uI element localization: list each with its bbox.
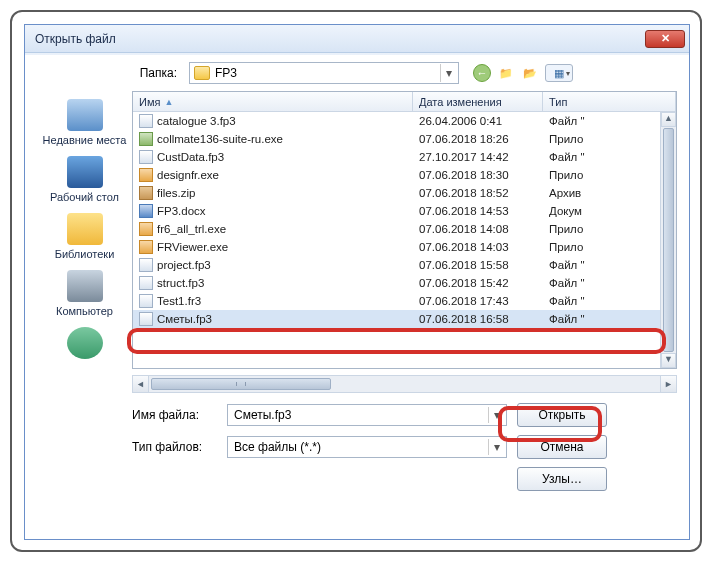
file-type: Прило bbox=[543, 241, 676, 253]
file-name: collmate136-suite-ru.exe bbox=[157, 133, 283, 145]
place-icon bbox=[67, 213, 103, 245]
scroll-down-arrow[interactable]: ▼ bbox=[661, 353, 676, 368]
file-icon bbox=[139, 168, 153, 182]
file-type: Прило bbox=[543, 133, 676, 145]
file-date: 27.10.2017 14:42 bbox=[413, 151, 543, 163]
file-row[interactable]: Test1.fr307.06.2018 17:43Файл " bbox=[133, 292, 676, 310]
file-row[interactable]: catalogue 3.fp326.04.2006 0:41Файл " bbox=[133, 112, 676, 130]
file-date: 07.06.2018 15:58 bbox=[413, 259, 543, 271]
open-button[interactable]: Открыть bbox=[517, 403, 607, 427]
place-icon bbox=[67, 156, 103, 188]
nodes-row: Узлы… bbox=[517, 467, 677, 491]
nodes-button[interactable]: Узлы… bbox=[517, 467, 607, 491]
place-item[interactable]: Компьютер bbox=[40, 266, 130, 321]
file-name: files.zip bbox=[157, 187, 195, 199]
col-date[interactable]: Дата изменения bbox=[413, 92, 543, 111]
file-date: 07.06.2018 14:03 bbox=[413, 241, 543, 253]
filetype-select[interactable]: Все файлы (*.*) ▾ bbox=[227, 436, 507, 458]
folder-row: Папка: FP3 ▾ ← 📁 📂 ▦ bbox=[132, 61, 677, 85]
place-label: Недавние места bbox=[40, 134, 130, 146]
file-type: Файл " bbox=[543, 295, 676, 307]
open-file-dialog: Открыть файл ✕ Папка: FP3 ▾ ← 📁 📂 ▦ Неда… bbox=[24, 24, 690, 540]
file-row[interactable]: CustData.fp327.10.2017 14:42Файл " bbox=[133, 148, 676, 166]
file-icon bbox=[139, 204, 153, 218]
file-date: 07.06.2018 18:52 bbox=[413, 187, 543, 199]
place-label: Рабочий стол bbox=[40, 191, 130, 203]
file-icon bbox=[139, 132, 153, 146]
file-icon bbox=[139, 276, 153, 290]
file-date: 07.06.2018 16:58 bbox=[413, 313, 543, 325]
place-icon bbox=[67, 327, 103, 359]
file-row[interactable]: struct.fp307.06.2018 15:42Файл " bbox=[133, 274, 676, 292]
file-icon bbox=[139, 222, 153, 236]
place-item[interactable] bbox=[40, 323, 130, 366]
filename-row: Имя файла: Сметы.fp3 ▾ Открыть bbox=[132, 403, 677, 427]
place-label: Компьютер bbox=[40, 305, 130, 317]
place-label: Библиотеки bbox=[40, 248, 130, 260]
file-name: catalogue 3.fp3 bbox=[157, 115, 236, 127]
bottom-fields: Имя файла: Сметы.fp3 ▾ Открыть Тип файло… bbox=[132, 403, 677, 491]
scroll-thumb[interactable] bbox=[663, 128, 674, 352]
file-row[interactable]: designfr.exe07.06.2018 18:30Прило bbox=[133, 166, 676, 184]
new-folder-icon[interactable]: 📂 bbox=[521, 64, 539, 82]
place-item[interactable]: Библиотеки bbox=[40, 209, 130, 264]
file-row[interactable]: fr6_all_trl.exe07.06.2018 14:08Прило bbox=[133, 220, 676, 238]
file-row[interactable]: Сметы.fp307.06.2018 16:58Файл " bbox=[133, 310, 676, 328]
file-name: project.fp3 bbox=[157, 259, 211, 271]
main-row: Недавние местаРабочий столБиблиотекиКомп… bbox=[37, 91, 677, 369]
file-date: 07.06.2018 17:43 bbox=[413, 295, 543, 307]
chevron-down-icon: ▾ bbox=[440, 64, 456, 82]
col-type[interactable]: Тип bbox=[543, 92, 676, 111]
scroll-up-arrow[interactable]: ▲ bbox=[661, 112, 676, 127]
cancel-button[interactable]: Отмена bbox=[517, 435, 607, 459]
file-row[interactable]: project.fp307.06.2018 15:58Файл " bbox=[133, 256, 676, 274]
view-menu-icon[interactable]: ▦ bbox=[545, 64, 573, 82]
filename-input[interactable]: Сметы.fp3 ▾ bbox=[227, 404, 507, 426]
horizontal-scrollbar[interactable]: ◄ ► bbox=[132, 375, 677, 393]
file-name: Сметы.fp3 bbox=[157, 313, 212, 325]
file-row[interactable]: FRViewer.exe07.06.2018 14:03Прило bbox=[133, 238, 676, 256]
chevron-down-icon: ▾ bbox=[488, 407, 504, 423]
file-type: Файл " bbox=[543, 151, 676, 163]
filetype-value: Все файлы (*.*) bbox=[234, 440, 321, 454]
file-type: Файл " bbox=[543, 259, 676, 271]
scroll-right-arrow[interactable]: ► bbox=[660, 376, 676, 392]
file-icon bbox=[139, 312, 153, 326]
file-icon bbox=[139, 114, 153, 128]
folder-combo[interactable]: FP3 ▾ bbox=[189, 62, 459, 84]
scroll-left-arrow[interactable]: ◄ bbox=[133, 376, 149, 392]
folder-value: FP3 bbox=[215, 66, 237, 80]
file-type: Архив bbox=[543, 187, 676, 199]
file-date: 07.06.2018 18:26 bbox=[413, 133, 543, 145]
col-name[interactable]: Имя▲ bbox=[133, 92, 413, 111]
file-icon bbox=[139, 258, 153, 272]
file-icon bbox=[139, 294, 153, 308]
nav-toolbar: ← 📁 📂 ▦ bbox=[473, 64, 573, 82]
vertical-scrollbar[interactable]: ▲ ▼ bbox=[660, 112, 676, 368]
file-rows: catalogue 3.fp326.04.2006 0:41Файл "coll… bbox=[133, 112, 676, 368]
dialog-title: Открыть файл bbox=[35, 32, 645, 46]
file-date: 07.06.2018 18:30 bbox=[413, 169, 543, 181]
file-date: 07.06.2018 14:53 bbox=[413, 205, 543, 217]
file-name: CustData.fp3 bbox=[157, 151, 224, 163]
up-folder-icon[interactable]: 📁 bbox=[497, 64, 515, 82]
file-row[interactable]: collmate136-suite-ru.exe07.06.2018 18:26… bbox=[133, 130, 676, 148]
back-icon[interactable]: ← bbox=[473, 64, 491, 82]
place-item[interactable]: Рабочий стол bbox=[40, 152, 130, 207]
place-icon bbox=[67, 270, 103, 302]
file-name: FRViewer.exe bbox=[157, 241, 228, 253]
dialog-body: Папка: FP3 ▾ ← 📁 📂 ▦ Недавние местаРабоч… bbox=[25, 53, 689, 509]
folder-label: Папка: bbox=[132, 66, 177, 80]
file-icon bbox=[139, 186, 153, 200]
filename-value: Сметы.fp3 bbox=[234, 408, 291, 422]
place-item[interactable]: Недавние места bbox=[40, 95, 130, 150]
file-row[interactable]: files.zip07.06.2018 18:52Архив bbox=[133, 184, 676, 202]
col-name-label: Имя bbox=[139, 96, 160, 108]
close-button[interactable]: ✕ bbox=[645, 30, 685, 48]
hscroll-thumb[interactable] bbox=[151, 378, 331, 390]
file-type: Файл " bbox=[543, 115, 676, 127]
file-row[interactable]: FP3.docx07.06.2018 14:53Докум bbox=[133, 202, 676, 220]
file-name: fr6_all_trl.exe bbox=[157, 223, 226, 235]
folder-icon bbox=[194, 66, 210, 80]
titlebar: Открыть файл ✕ bbox=[25, 25, 689, 53]
